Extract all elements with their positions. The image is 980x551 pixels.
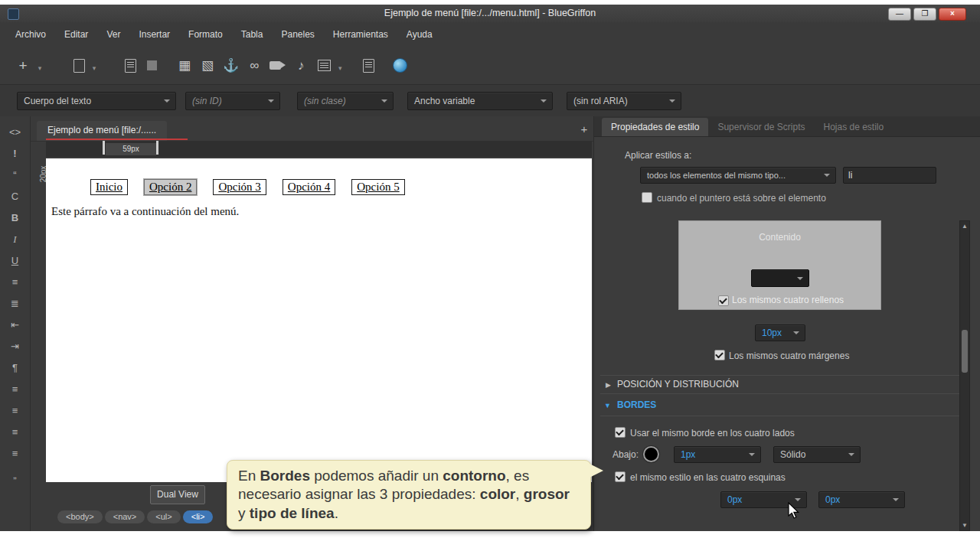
numbered-list-icon[interactable]: ≣ [5,294,26,315]
position-section-collapse-icon[interactable]: ▶ [606,381,611,389]
scrollbar-thumb[interactable] [962,330,968,373]
position-section-header[interactable]: POSICIÓN Y DISTRIBUCIÓN [617,379,739,390]
ruler-measure: 59px [106,143,156,155]
padding-value-dropdown[interactable] [751,269,809,287]
id-dropdown[interactable]: (sin ID) [185,92,280,110]
menu-editar[interactable]: Editar [55,22,97,47]
margin-value-dropdown[interactable]: 10px [755,324,805,341]
same-corners-label: el mismo estilo en las cuatro esquinas [630,472,786,483]
underline-icon[interactable]: U [5,251,26,272]
add-element-icon[interactable]: + [15,57,31,75]
bold-icon[interactable]: B [5,208,26,230]
insert-form-icon[interactable] [318,60,331,71]
borders-section-header[interactable]: BORDES [617,399,656,410]
tab-propiedades-de-estilo[interactable]: Propiedades de estilo [602,118,708,136]
hover-state-label: cuando el puntero está sobre el elemento [657,193,826,204]
section-divider [600,393,969,394]
align-right-icon[interactable]: ≡ [5,422,26,444]
width-mode-dropdown[interactable]: Ancho variable [407,92,553,110]
menu-ayuda[interactable]: Ayuda [397,22,442,47]
scroll-down-icon[interactable]: ▼ [961,522,969,529]
justify-icon[interactable]: ≡ [5,444,26,465]
menubar: Archivo Editar Ver Insertar Formato Tabl… [0,22,980,47]
id-value: (sin ID) [192,96,222,106]
insert-anchor-icon[interactable]: ⚓ [223,57,239,75]
nav-item-opcion2-selected[interactable]: Opción 2 [144,179,197,195]
insert-table-icon[interactable]: ▦ [177,57,192,75]
breadcrumb-nav[interactable]: <nav> [105,510,145,523]
same-border-checkbox[interactable] [615,427,626,438]
border-color-swatch[interactable] [643,446,659,462]
browser-preview-icon[interactable] [393,58,407,73]
ruler-handle-left[interactable] [103,141,105,155]
insert-video-icon[interactable] [270,61,281,70]
tab-supervisor-de-scripts[interactable]: Supervisor de Scripts [708,118,814,136]
breadcrumb-ul[interactable]: <ul> [147,510,180,523]
tab-hojas-de-estilo[interactable]: Hojas de estilo [814,118,893,136]
dual-view-button[interactable]: Dual View [150,485,205,504]
breadcrumb-body[interactable]: <body> [57,510,103,523]
border-width-dropdown[interactable]: 1px [674,446,761,463]
menu-archivo[interactable]: Archivo [6,22,55,47]
same-paddings-checkbox[interactable] [718,295,729,306]
menu-insertar[interactable]: Insertar [129,22,179,47]
window-title: Ejemplo de menú [file:/.../menu.html] - … [0,5,980,22]
same-margins-label: Los mismos cuatro márgenes [729,350,849,361]
tutorial-callout: En Bordes podemos añadir un contorno, es… [227,460,591,530]
menu-herramientas[interactable]: Herramientas [324,22,397,47]
nav-item-opcion5[interactable]: Opción 5 [351,179,404,195]
bullet-list-icon[interactable]: ≡ [5,272,26,294]
quote-icon[interactable]: “ [5,165,26,187]
menu-formato[interactable]: Formato [179,22,232,47]
document-canvas[interactable]: Inicio Opción 2 Opción 3 Opción 4 Opción… [46,158,592,482]
menu-tabla[interactable]: Tabla [232,22,273,47]
selector-input[interactable] [843,167,936,184]
same-margins-checkbox[interactable] [714,350,725,360]
insert-link-icon[interactable]: ∞ [247,57,262,75]
menu-paneles[interactable]: Paneles [272,22,323,47]
nav-item-opcion4[interactable]: Opción 4 [283,179,335,195]
outdent-icon[interactable]: ⇤ [5,315,26,337]
selector-type-dropdown[interactable]: todos los elementos del mismo tipo... [640,167,836,184]
paragraph-style-dropdown[interactable]: Cuerpo del texto [17,92,176,110]
new-document-caret-icon[interactable]: ▾ [87,59,102,77]
align-center-icon[interactable]: ≡ [5,401,26,422]
same-paddings-label: Los mismos cuatro rellenos [732,295,844,305]
align-left-icon[interactable]: ≡ [5,380,26,401]
new-tab-button[interactable]: + [576,121,593,138]
code-style-icon[interactable]: C [5,187,26,208]
ruler-handle-right[interactable] [156,141,158,155]
borders-section-expand-icon[interactable]: ▼ [604,402,611,409]
add-element-caret-icon[interactable]: ▾ [32,59,47,77]
minimize-button[interactable]: — [888,8,911,21]
corner-radius-dropdown-b[interactable]: 0px [818,491,905,508]
quotes-icon[interactable]: „ [5,465,26,487]
insert-audio-icon[interactable]: ♪ [293,57,309,75]
border-style-dropdown[interactable]: Sólido [773,446,861,463]
italic-icon[interactable]: I [5,230,26,251]
print-preview-icon[interactable] [363,59,374,73]
canvas-paragraph[interactable]: Este párrafo va a continuación del menú. [51,205,239,218]
insert-image-icon[interactable]: ▧ [200,57,215,75]
scroll-up-icon[interactable]: ▲ [961,223,969,230]
close-button[interactable]: × [939,8,966,21]
nav-item-opcion3[interactable]: Opción 3 [213,179,266,195]
insert-form-caret-icon[interactable]: ▾ [332,59,348,77]
selector-type-value: todos los elementos del mismo tipo... [647,171,786,180]
menu-ver[interactable]: Ver [97,22,129,47]
class-dropdown[interactable]: (sin clase) [297,92,394,110]
source-code-icon[interactable]: <> [5,122,26,144]
warning-icon[interactable]: ! [5,144,26,165]
paragraph-mark-icon[interactable]: ¶ [5,358,26,380]
open-document-icon[interactable] [125,59,136,73]
indent-icon[interactable]: ⇥ [5,337,26,358]
panel-scrollbar[interactable]: ▲ ▼ [959,220,970,531]
same-corners-checkbox[interactable] [615,471,626,482]
aria-role-dropdown[interactable]: (sin rol ARIA) [567,92,681,110]
maximize-button[interactable]: ❐ [913,8,936,21]
breadcrumb-li[interactable]: <li> [183,510,214,523]
save-document-icon[interactable] [147,60,157,70]
hover-state-checkbox[interactable] [642,192,652,203]
nav-item-inicio[interactable]: Inicio [90,179,128,195]
new-document-icon[interactable] [74,59,85,73]
